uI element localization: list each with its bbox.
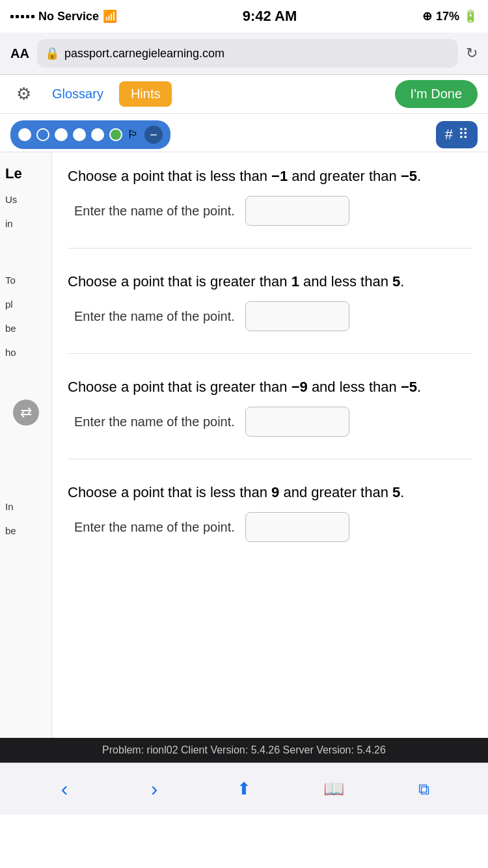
question-4-input-row: Enter the name of the point.: [68, 512, 472, 542]
glossary-button[interactable]: Glossary: [47, 83, 109, 105]
progress-dot-1: [18, 128, 31, 141]
bottom-status-bar: Problem: rionl02 Client Version: 5.4.26 …: [0, 738, 488, 763]
grid-controls: # ⠿: [436, 121, 478, 148]
question-3-label: Enter the name of the point.: [74, 414, 235, 429]
flag-icon: 🏳: [128, 128, 139, 142]
url-text: passport.carnegielearning.com: [64, 47, 224, 61]
browser-bar: AA 🔒 passport.carnegielearning.com ↻: [0, 33, 488, 75]
question-4-input[interactable]: [245, 512, 349, 542]
question-1-text: Choose a point that is less than −1 and …: [68, 165, 472, 187]
progress-dot-5: [91, 128, 104, 141]
question-1-input[interactable]: [245, 196, 349, 226]
wifi-icon: 📶: [103, 9, 117, 23]
status-right: ⊕ 17% 🔋: [422, 9, 478, 23]
sidebar-be2: be: [5, 524, 46, 537]
progress-track: 🏳 −: [10, 120, 170, 149]
sidebar-in: in: [5, 217, 46, 230]
progress-dot-6: [109, 128, 122, 141]
minus-button[interactable]: −: [144, 126, 163, 144]
question-3-text: Choose a point that is greater than −9 a…: [68, 376, 472, 398]
ios-bottom-bar: ‹ › ⬆ 📖 ⧉: [0, 763, 488, 815]
app-header: ⚙ Glossary Hints I'm Done: [0, 75, 488, 114]
share-button[interactable]: ⬆: [228, 773, 260, 806]
progress-dot-4: [73, 128, 86, 141]
location-icon: ⊕: [422, 9, 432, 23]
question-1: Choose a point that is less than −1 and …: [68, 165, 472, 226]
tabs-icon: ⧉: [418, 780, 429, 798]
question-2-input-row: Enter the name of the point.: [68, 301, 472, 331]
time-display: 9:42 AM: [243, 8, 297, 25]
text-size-control[interactable]: AA: [10, 46, 29, 61]
back-button[interactable]: ‹: [48, 773, 81, 806]
progress-row: 🏳 − # ⠿: [10, 120, 478, 149]
battery-label: 17%: [436, 10, 459, 23]
divider-2: [68, 353, 472, 354]
question-3: Choose a point that is greater than −9 a…: [68, 376, 472, 437]
sidebar-le: Le: [5, 165, 46, 182]
question-2-label: Enter the name of the point.: [74, 309, 235, 324]
scroll-handle[interactable]: ⇄: [13, 400, 39, 426]
question-3-input-row: Enter the name of the point.: [68, 407, 472, 437]
sidebar-in2: In: [5, 500, 46, 513]
gear-icon: ⚙: [16, 84, 31, 104]
sidebar-be: be: [5, 321, 46, 335]
forward-icon: ›: [151, 777, 158, 801]
status-bar: No Service 📶 9:42 AM ⊕ 17% 🔋: [0, 0, 488, 33]
status-left: No Service 📶: [10, 9, 117, 23]
question-2: Choose a point that is greater than 1 an…: [68, 271, 472, 331]
question-1-label: Enter the name of the point.: [74, 204, 235, 219]
sidebar-ho: ho: [5, 346, 46, 359]
hints-button[interactable]: Hints: [119, 81, 172, 107]
question-2-input[interactable]: [245, 301, 349, 331]
question-4-text: Choose a point that is less than 9 and g…: [68, 481, 472, 503]
settings-button[interactable]: ⚙: [10, 81, 36, 107]
signal-icon: [10, 15, 34, 18]
divider-3: [68, 459, 472, 459]
progress-dot-2: [36, 128, 49, 141]
reload-icon[interactable]: ↻: [466, 45, 478, 62]
question-1-input-row: Enter the name of the point.: [68, 196, 472, 226]
no-service-label: No Service: [38, 10, 99, 23]
question-2-text: Choose a point that is greater than 1 an…: [68, 271, 472, 292]
battery-icon: 🔋: [463, 9, 478, 23]
question-4-label: Enter the name of the point.: [74, 520, 235, 535]
url-bar[interactable]: 🔒 passport.carnegielearning.com: [37, 39, 458, 68]
divider-1: [68, 248, 472, 249]
sidebar-us: Us: [5, 193, 46, 206]
tabs-button[interactable]: ⧉: [407, 773, 440, 806]
problem-info: Problem: rionl02 Client Version: 5.4.26 …: [102, 744, 386, 755]
back-icon: ‹: [61, 777, 68, 801]
grid-plus-icon[interactable]: #: [445, 126, 453, 143]
forward-button[interactable]: ›: [138, 773, 170, 806]
done-button[interactable]: I'm Done: [395, 80, 478, 108]
main-layout: Le Us in To pl be ho ⇄ In be Choose a po…: [0, 152, 488, 738]
bookmarks-button[interactable]: 📖: [318, 773, 350, 806]
left-sidebar: Le Us in To pl be ho ⇄ In be: [0, 152, 52, 738]
progress-area: 🏳 − # ⠿: [0, 114, 488, 152]
sidebar-pl: pl: [5, 297, 46, 311]
content-area: Choose a point that is less than −1 and …: [52, 152, 488, 738]
grid-dots-icon[interactable]: ⠿: [458, 126, 468, 143]
question-3-input[interactable]: [245, 407, 349, 437]
scroll-icon: ⇄: [20, 404, 32, 421]
progress-dot-3: [55, 128, 68, 141]
share-icon: ⬆: [237, 779, 251, 799]
book-icon: 📖: [323, 779, 344, 799]
sidebar-to: To: [5, 273, 46, 287]
question-4: Choose a point that is less than 9 and g…: [68, 481, 472, 542]
lock-icon: 🔒: [45, 46, 59, 61]
